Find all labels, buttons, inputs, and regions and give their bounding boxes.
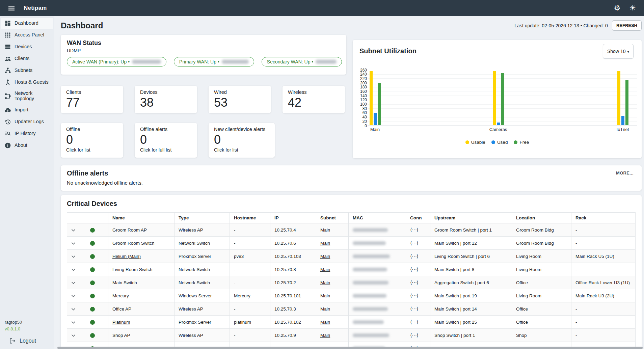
table-row: Shop APWireless AP-10.25.70.9Main⟨⋯⟩Shop…	[67, 329, 636, 342]
subnet-link[interactable]: Main	[320, 293, 330, 298]
expand-chevron-icon[interactable]	[71, 295, 76, 297]
connection-icon: ⟨⋯⟩	[410, 332, 418, 338]
device-name-link[interactable]: Platinum	[112, 320, 130, 325]
subnet-link[interactable]: Main	[320, 333, 330, 338]
status-dot-online	[90, 333, 95, 338]
expand-chevron-icon[interactable]	[71, 229, 76, 232]
table-row: Office APWireless AP-10.25.70.3Main⟨⋯⟩Ma…	[67, 302, 636, 316]
cell-upstream: Shop Switch | port 1	[430, 329, 512, 342]
expand-chevron-icon[interactable]	[71, 281, 76, 284]
app-version: v0.8.1.0	[5, 326, 54, 331]
sidebar-item-network-topology[interactable]: Network Topology	[1, 88, 53, 104]
device-name-link[interactable]: Helium (Main)	[112, 254, 141, 259]
sidebar-item-about[interactable]: About	[1, 140, 53, 151]
stat-card-wired[interactable]: Wired53	[209, 86, 271, 113]
cell-conn: ⟨⋯⟩	[406, 237, 430, 250]
cell-hostname: platinum	[230, 316, 270, 329]
cell-rack: Main Rack U3 (2U)	[571, 289, 636, 302]
expand-chevron-icon[interactable]	[71, 334, 76, 337]
cell-conn: ⟨⋯⟩	[406, 316, 430, 329]
sidebar-item-ip-history[interactable]: IP History	[1, 128, 53, 139]
sidebar-item-hosts-guests[interactable]: Hosts & Guests	[1, 77, 53, 88]
cell-conn: ⟨⋯⟩	[406, 250, 430, 263]
sidebar: DashboardAccess PanelDevicesClientsSubne…	[0, 16, 54, 349]
stat-card-wireless[interactable]: Wireless42	[283, 86, 345, 113]
cell-subnet: Main	[316, 250, 349, 263]
device-name: Office AP	[112, 306, 131, 312]
stat-card-new-client-device-alerts[interactable]: New client/device alerts0Click for list	[209, 123, 275, 158]
expand-chevron-icon[interactable]	[71, 268, 76, 271]
cell-rack: Office Rack Lower U3 (1U)	[571, 276, 636, 289]
cell-ip: 10.25.70.102	[270, 316, 316, 329]
cell-rack: Main Rack U5 (1U)	[571, 250, 636, 263]
expand-chevron-icon[interactable]	[71, 321, 76, 324]
subnet-link[interactable]: Main	[320, 267, 330, 272]
bar-usable-iotnet	[617, 71, 620, 125]
legend-label: Used	[497, 140, 508, 145]
left-column: WAN Status UDMP Active WAN (Primary): Up…	[61, 35, 346, 158]
stat-sub-link: Click for list	[66, 147, 118, 153]
logout-button[interactable]: Logout	[9, 338, 36, 344]
cell-location: Living Room	[512, 250, 571, 263]
cell-name: Groom Room AP	[108, 223, 175, 237]
expand-chevron-icon[interactable]	[71, 242, 76, 245]
caret-down-icon: ▾	[627, 50, 629, 54]
subnet-link[interactable]: Main	[320, 241, 330, 246]
connection-icon: ⟨⋯⟩	[410, 293, 418, 298]
more-link[interactable]: MORE...	[616, 170, 634, 176]
bar-used-iotnet	[621, 116, 624, 125]
main-content: Dashboard Last update: 02-05-2026 12:13 …	[54, 16, 644, 349]
header-conn: Conn	[406, 213, 430, 223]
show-count-dropdown[interactable]: Show 10▾	[603, 44, 634, 59]
status-dot-online	[90, 280, 95, 285]
cell-type: Wireless AP	[175, 329, 230, 342]
stat-value: 0	[140, 133, 192, 146]
sidebar-item-clients[interactable]: Clients	[1, 53, 53, 64]
status-dot-online	[90, 320, 95, 325]
sidebar-item-subnets[interactable]: Subnets	[1, 65, 53, 76]
refresh-button[interactable]: REFRESH	[612, 20, 642, 31]
gear-icon[interactable]: ⚙	[614, 4, 621, 12]
logout-icon	[9, 338, 16, 344]
offline-alerts-card: Offline alerts MORE... No unacknowledged…	[61, 165, 642, 191]
cell-name: Helium (Main)	[108, 250, 175, 263]
cell-status	[86, 250, 108, 263]
cell-type: Proxmox Server	[175, 316, 230, 329]
subnet-link[interactable]: Main	[320, 280, 330, 285]
critical-devices-card: Critical Devices NameTypeHostnameIPSubne…	[61, 195, 642, 349]
wan-pill-label: Secondary WAN: Up •	[267, 59, 313, 64]
cell-ip: 10.25.70.101	[270, 289, 316, 302]
subnet-link[interactable]: Main	[320, 306, 330, 312]
stat-sub-link: Click for list	[214, 147, 269, 153]
menu-icon[interactable]	[7, 4, 16, 12]
offline-alerts-title: Offline alerts	[67, 169, 636, 177]
stat-card-offline-alerts[interactable]: Offline alerts0Click for full list	[135, 123, 197, 158]
cell-expand	[67, 237, 86, 250]
stat-card-devices[interactable]: Devices38	[135, 86, 197, 113]
sidebar-item-dashboard[interactable]: Dashboard	[1, 18, 53, 29]
legend-item-free: Free	[514, 140, 529, 145]
stat-card-clients[interactable]: Clients77	[61, 86, 123, 113]
cell-upstream: Main Switch | port 25	[430, 316, 512, 329]
subnet-link[interactable]: Main	[320, 227, 330, 233]
horizontal-scrollbar[interactable]	[57, 347, 643, 349]
expand-chevron-icon[interactable]	[71, 308, 76, 311]
y-tick-label: 200	[360, 81, 367, 85]
device-name: Mercury	[112, 293, 129, 298]
sidebar-item-label: Access Panel	[15, 32, 44, 38]
subnet-link[interactable]: Main	[320, 320, 330, 325]
sidebar-item-label: Network Topology	[15, 91, 50, 102]
cell-conn: ⟨⋯⟩	[406, 276, 430, 289]
header-mac: MAC	[349, 213, 406, 223]
sidebar-item-access-panel[interactable]: Access Panel	[1, 29, 53, 41]
brightness-icon[interactable]: ☀	[629, 4, 636, 12]
cell-expand	[67, 276, 86, 289]
stat-card-offline[interactable]: Offline0Click for list	[61, 123, 123, 158]
sidebar-item-import[interactable]: Import	[1, 104, 53, 116]
sidebar-item-devices[interactable]: Devices	[1, 41, 53, 53]
subnet-link[interactable]: Main	[320, 254, 330, 259]
critical-devices-title: Critical Devices	[67, 200, 636, 208]
expand-chevron-icon[interactable]	[71, 255, 76, 258]
offline-alerts-message: No unacknowledged offline alerts.	[67, 180, 636, 186]
sidebar-item-updater-logs[interactable]: Updater Logs	[1, 116, 53, 128]
